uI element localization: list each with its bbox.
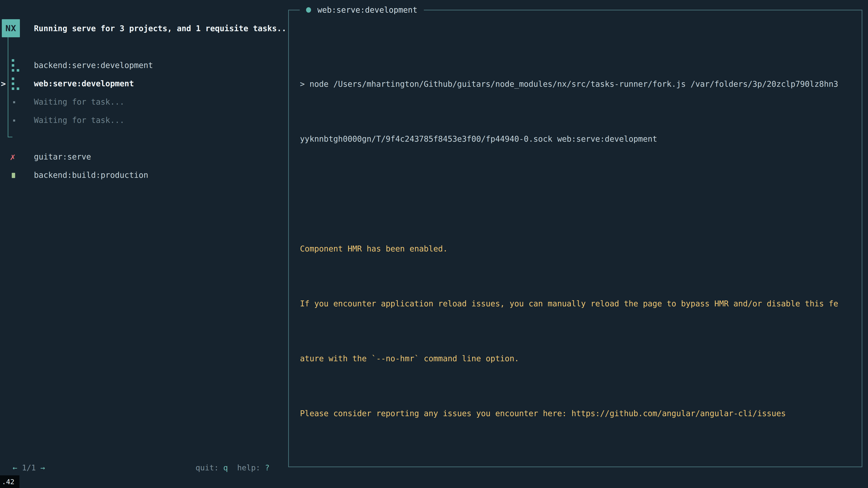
quit-hint-label: quit: — [195, 463, 223, 472]
app-title: Running serve for 3 projects, and 1 requ… — [34, 20, 286, 38]
terminal-line-cmd1: > node /Users/mhartington/Github/guitars… — [300, 75, 855, 93]
pager-next-icon[interactable]: → — [40, 463, 45, 472]
terminal-line-hmr2: If you encounter application reload issu… — [300, 295, 855, 313]
terminal-line-hmr3: ature with the `--no-hmr` command line o… — [300, 350, 855, 368]
task-row-waiting-2[interactable]: Waiting for task... — [0, 111, 285, 129]
terminal-line-blank — [300, 185, 855, 203]
terminal-line-cmd2: yyknnbtgh0000gn/T/9f4c243785f8453e3f00/f… — [300, 130, 855, 148]
pager: ← 1/1 → — [13, 459, 45, 477]
waiting-dot-icon — [13, 101, 15, 103]
selection-chevron-icon: > — [1, 74, 6, 93]
panel-title: web:serve:development — [317, 5, 417, 14]
success-square-icon — [12, 173, 15, 178]
task-row-waiting-1[interactable]: Waiting for task... — [0, 93, 285, 111]
nx-logo-badge: NX — [2, 19, 20, 37]
pager-prev-icon[interactable]: ← — [13, 463, 17, 472]
task-label: guitar:serve — [34, 148, 91, 166]
task-row-backend-build[interactable]: backend:build:production — [0, 166, 285, 184]
help-hint-label: help: — [237, 463, 265, 472]
overlay-badge: .42 — [0, 475, 20, 488]
braille-spinner-icon — [12, 59, 20, 72]
task-label: backend:serve:development — [34, 56, 153, 74]
keyboard-hints: quit: q help: ? — [195, 459, 270, 477]
terminal-line-hmr1: Component HMR has been enabled. — [300, 240, 855, 258]
terminal-line-hmr4: Please consider reporting any issues you… — [300, 404, 855, 423]
help-hint-key: ? — [265, 463, 270, 472]
terminal-line-blank — [300, 459, 855, 478]
quit-hint-key: q — [223, 463, 228, 472]
task-label: Waiting for task... — [34, 93, 124, 111]
pager-label: 1/1 — [17, 463, 40, 472]
task-row-backend-serve[interactable]: backend:serve:development — [0, 56, 285, 74]
panel-title-bar: web:serve:development — [300, 1, 424, 19]
task-label: Waiting for task... — [34, 111, 124, 129]
braille-spinner-icon — [12, 77, 20, 90]
task-label: backend:build:production — [34, 166, 148, 184]
task-row-guitar-serve[interactable]: ✗ guitar:serve — [0, 148, 285, 166]
task-label: web:serve:development — [34, 74, 134, 93]
failed-cross-icon: ✗ — [10, 148, 16, 166]
terminal-output[interactable]: > node /Users/mhartington/Github/guitars… — [300, 38, 855, 488]
nx-terminal-screen: NX Running serve for 3 projects, and 1 r… — [0, 0, 868, 488]
terminal-output-panel: web:serve:development > node /Users/mhar… — [288, 10, 862, 467]
running-status-dot-icon — [306, 7, 311, 13]
waiting-dot-icon — [13, 120, 15, 122]
task-row-web-serve[interactable]: > web:serve:development — [0, 74, 285, 93]
